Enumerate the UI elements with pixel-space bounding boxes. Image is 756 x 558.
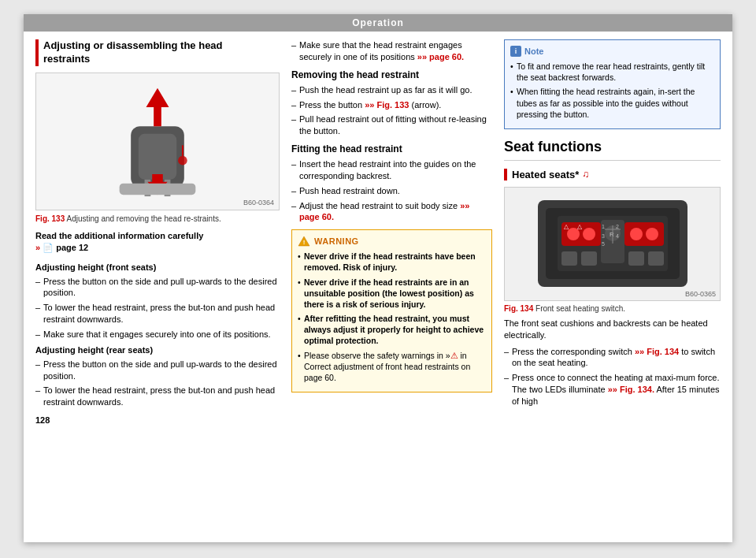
svg-text:4: 4 [616, 233, 619, 239]
warning-link-icon: ⚠ [450, 351, 458, 360]
svg-point-19 [646, 228, 658, 240]
right-column: i Note To fit and remove the rear head r… [504, 39, 721, 534]
sub1-title: Adjusting height (front seats) [35, 262, 280, 272]
note-info-icon: i [510, 46, 521, 57]
figure-133-box: B60-0364 [35, 73, 280, 210]
svg-rect-34 [628, 251, 644, 266]
heat-icon: ♫ [582, 169, 589, 180]
right-dash1-link: »» Fig. 134 [635, 347, 679, 356]
svg-rect-8 [120, 183, 196, 195]
svg-text:!: ! [303, 239, 306, 246]
header-bar: Operation [24, 14, 732, 32]
svg-rect-33 [581, 251, 597, 266]
fig133-caption-bold: Fig. 133 [35, 214, 65, 223]
fig133-caption: Fig. 133 Adjusting and removing the head… [35, 214, 280, 224]
svg-text:5: 5 [602, 241, 605, 247]
svg-text:△: △ [564, 223, 569, 230]
figure-133-svg [106, 84, 209, 199]
fig134-badge: B60-0365 [685, 290, 716, 298]
sub1-item3: Make sure that it engages securely into … [35, 329, 280, 340]
sub1-item2: To lower the head restraint, press the b… [35, 302, 280, 326]
content-area: Adjusting or disassembling the head rest… [24, 32, 732, 542]
svg-text:R: R [610, 231, 614, 238]
page-number: 128 [35, 411, 280, 429]
svg-point-6 [178, 156, 187, 166]
middle-dash1: Make sure that the head restraint engage… [291, 39, 492, 63]
right-dash2-link: »» Fig. 134. [608, 385, 654, 394]
heated-seats-section: Heated seats* ♫ [504, 169, 721, 180]
figure-134-box: R 1 2 3 4 5 △ △ [504, 187, 721, 301]
remove2-link: »» Fig. 133 [365, 100, 409, 110]
right-body1: The front seat cushions and backrests ca… [504, 318, 721, 342]
fig133-badge: B60-0364 [243, 199, 274, 206]
left-column: Adjusting or disassembling the head rest… [35, 39, 280, 534]
sub1-item1: Press the button on the side and pull up… [35, 276, 280, 299]
left-section-title: Adjusting or disassembling the head rest… [35, 39, 280, 66]
warning-triangle-icon: ! [298, 236, 310, 247]
remove-item1: Push the head restraint up as far as it … [291, 84, 492, 96]
remove-title: Removing the head restraint [291, 69, 492, 80]
note-title: Note [524, 46, 543, 56]
fit-item1: Insert the head restraint into the guide… [291, 158, 492, 182]
svg-rect-35 [648, 251, 664, 266]
read-more-icon: 📄 [40, 243, 54, 252]
remove-item3: Pull head restraint out of fitting witho… [291, 113, 492, 137]
fit-item2: Push head restraint down. [291, 185, 492, 197]
page-container: Operation Adjusting or disassembling the… [24, 14, 732, 542]
svg-point-18 [630, 228, 643, 240]
fit-title: Fitting the head restraint [291, 143, 492, 154]
middle-column: Make sure that the head restraint engage… [291, 39, 492, 534]
fig134-caption: Fig. 134 Front seat heating switch. [504, 304, 721, 313]
read-more-page: page 12 [54, 243, 88, 252]
svg-text:1: 1 [602, 224, 605, 229]
section-title-line2: restraints [43, 53, 90, 65]
sub2-item1: Press the button on the side and pull up… [35, 359, 280, 382]
svg-text:△: △ [577, 223, 583, 230]
warning-text4: Please observe the safety warnings in »⚠… [298, 350, 486, 384]
section-title-line1: Adjusting or disassembling the head [43, 39, 223, 51]
read-more: Read the additional information carefull… [35, 230, 280, 255]
fig134-caption-text: Front seat heating switch. [533, 304, 625, 313]
fig134-caption-bold: Fig. 134 [504, 304, 533, 313]
warning-header: ! WARNING [298, 236, 486, 247]
middle-dash1-link: »» page 60. [417, 52, 464, 61]
note-text2: When fitting the head restraints again, … [510, 86, 714, 120]
heated-seats-title: Heated seats* [512, 169, 579, 180]
svg-point-16 [583, 228, 595, 240]
fig133-caption-text: Adjusting and removing the head re-strai… [65, 214, 220, 223]
svg-text:3: 3 [602, 233, 605, 239]
svg-rect-1 [139, 134, 176, 180]
figure-134-svg: R 1 2 3 4 5 △ △ [534, 192, 691, 295]
warning-text3: After refitting the head restraint, you … [298, 313, 486, 347]
warning-text1: Never drive if the head restraints have … [298, 251, 486, 273]
sub2-title: Adjusting height (rear seats) [35, 345, 280, 355]
note-box: i Note To fit and remove the rear head r… [504, 39, 721, 129]
right-dash2: Press once to connect the heating at max… [504, 372, 721, 407]
note-text1: To fit and remove the rear head restrain… [510, 61, 714, 83]
svg-rect-32 [561, 251, 577, 266]
warning-box: ! WARNING Never drive if the head restra… [291, 229, 492, 392]
fit-item3: Adjust the head restraint to suit body s… [291, 200, 492, 224]
note-header: i Note [510, 46, 714, 57]
seat-functions-title: Seat functions [504, 139, 721, 161]
sub2-item2: To lower the head restraint, press the b… [35, 385, 280, 408]
remove-item2: Press the button »» Fig. 133 (arrow). [291, 99, 492, 111]
header-label: Operation [352, 17, 404, 28]
warning-text2: Never drive if the head restraints are i… [298, 277, 486, 311]
read-more-prefix: Read the additional information carefull… [35, 231, 203, 240]
right-dash1: Press the corresponding switch »» Fig. 1… [504, 346, 721, 370]
svg-text:2: 2 [616, 224, 619, 229]
svg-marker-4 [146, 88, 169, 126]
warning-title: WARNING [314, 236, 359, 246]
